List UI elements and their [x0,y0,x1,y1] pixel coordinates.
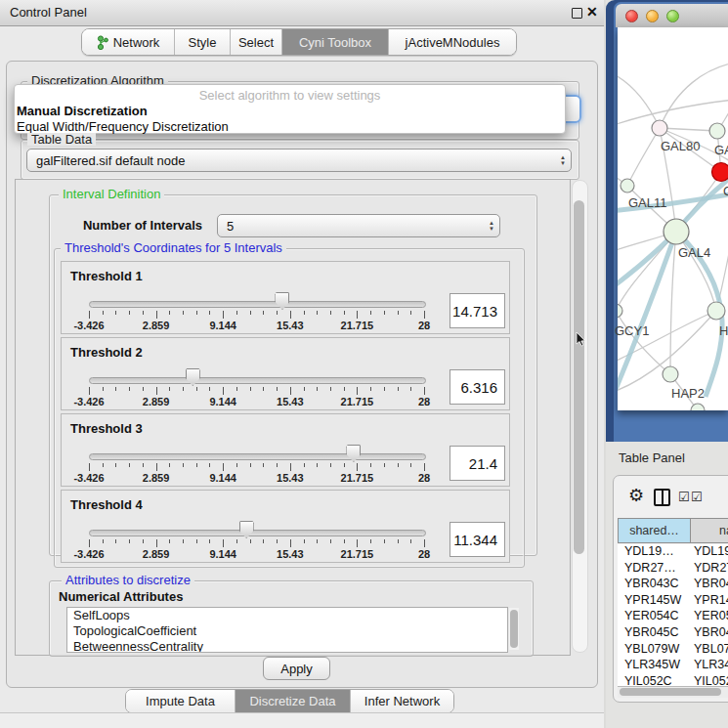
float-window-icon[interactable] [572,8,582,19]
attribute-list-item[interactable]: BetweennessCentrality [67,639,507,653]
network-node[interactable] [663,366,678,382]
slider-tick [384,387,385,391]
slider-tick [89,311,90,319]
panel-scrollbar-thumb[interactable] [574,200,584,554]
slider-tick [129,539,130,543]
apply-button[interactable]: Apply [263,657,330,680]
slider-tick-label: 15.43 [266,320,315,331]
table-row[interactable]: YER054CYER054C [618,609,728,625]
zoom-traffic-light[interactable] [666,10,679,22]
slider-tick-label: 9.144 [198,548,247,560]
tab-discretize-data[interactable]: Discretize Data [236,690,351,712]
slider-tick [115,539,116,543]
slider-tick-label: 9.144 [198,396,247,407]
bottom-tabstrip: Impute DataDiscretize DataInfer Network [125,689,454,713]
slider-tick [209,311,210,315]
network-edge[interactable] [660,63,728,128]
network-edge[interactable] [627,128,660,186]
slider-tick [183,539,184,543]
column-header-name[interactable]: na [690,518,728,543]
table-row[interactable]: YDL19…YDL194W [618,544,728,561]
column-header-shared-name[interactable]: shared… [618,518,691,543]
network-graph [618,27,728,410]
network-edge[interactable] [618,72,660,128]
attribute-list-item[interactable]: TopologicalCoefficient [67,623,507,639]
slider-tick [424,539,425,547]
algorithm-option-equal-width[interactable]: Equal Width/Frequency Discretization [15,119,565,135]
tab-select[interactable]: Select [231,29,282,55]
threshold-label: Threshold 1 [70,269,143,283]
attributes-list-scrollbar[interactable] [509,608,519,650]
table-row[interactable]: YBL079WYBL079W [618,642,728,659]
network-node[interactable] [618,304,622,318]
attribute-list-item[interactable]: SelfLoops [67,608,507,623]
tab-jactivemnodules[interactable]: jActiveMNodules [389,29,516,55]
slider-tick [115,311,116,315]
threshold-slider-track[interactable] [89,377,426,384]
slider-tick-label: -3.426 [64,548,113,560]
network-canvas[interactable] [618,27,728,410]
tab-style[interactable]: Style [175,29,231,55]
checkbox-icon[interactable]: ☑ [678,490,690,504]
thresholds-group-title: Threshold's Coordinates for 5 Intervals [61,241,286,254]
tab-impute-data[interactable]: Impute Data [126,690,236,712]
tab-infer-network[interactable]: Infer Network [351,690,453,712]
slider-tick [317,539,318,543]
checkbox-icon[interactable]: ☑ [691,490,703,504]
slider-tick [143,463,144,467]
network-node[interactable] [707,302,725,320]
table-row[interactable]: YBR045CYBR045C [618,625,728,642]
slider-tick [410,539,411,543]
threshold-value-field[interactable]: 21.4 [450,446,505,481]
close-icon[interactable]: ✕ [586,4,598,20]
slider-tick-label: 28 [400,320,449,331]
table-cell-shared-name: YBR043C [624,577,679,590]
slider-tick [410,463,411,467]
network-node[interactable] [621,179,634,193]
table-row[interactable]: YDR27…YDR277C [618,561,728,578]
threshold-slider-track[interactable] [89,530,426,536]
minimize-traffic-light[interactable] [646,10,659,22]
number-of-intervals-label: Number of Intervals [74,218,202,233]
slider-tick [143,311,144,315]
table-data-selected-value: galFiltered.sif default node [27,153,555,168]
number-of-intervals-select[interactable]: 5 ▲▼ [217,214,500,237]
threshold-label: Threshold 2 [70,345,143,360]
slider-tick [330,463,331,467]
table-row[interactable]: YIL052CYIL052C [618,674,728,686]
threshold-slider-track[interactable] [89,453,426,460]
threshold-value-field[interactable]: 14.713 [450,293,505,328]
table-data-select[interactable]: galFiltered.sif default node ▲▼ [26,149,572,172]
slider-tick [370,311,371,315]
slider-tick-label: 21.715 [332,472,381,484]
tab-network[interactable]: Network [82,29,175,55]
slider-tick [209,387,210,391]
network-node[interactable] [664,219,689,244]
threshold-slider-track[interactable] [89,301,426,308]
threshold-value-field[interactable]: 6.316 [450,369,505,405]
table-cell-shared-name: YDR27… [624,561,676,575]
tab-cyni-toolbox[interactable]: Cyni Toolbox [282,29,389,55]
table-row[interactable]: YPR145WYPR145W [618,593,728,610]
algorithm-option-manual[interactable]: Manual Discretization [15,104,565,119]
network-edge[interactable] [660,128,717,131]
network-node[interactable] [712,163,728,182]
network-node[interactable] [652,120,667,136]
slider-tick [424,463,425,471]
threshold-value-field[interactable]: 11.344 [450,522,505,557]
network-node[interactable] [709,123,725,139]
attributes-scrollbar-thumb[interactable] [510,610,518,648]
slider-tick [250,539,251,543]
columns-icon[interactable] [654,489,670,506]
table-row[interactable]: YBR043CYBR043C [618,577,728,593]
table-scrollbar-thumb[interactable] [620,688,721,696]
slider-tick [304,539,305,543]
table-row[interactable]: YLR345WYLR345W [618,658,728,674]
settings-scrollpane: Interval Definition Number of Intervals … [15,179,571,656]
close-traffic-light[interactable] [625,10,638,22]
slider-tick [424,387,425,395]
threshold-box: Threshold 3-3.4262.8599.14415.4321.71528… [61,413,510,487]
numerical-attributes-list[interactable]: SelfLoopsTopologicalCoefficientBetweenne… [66,607,508,653]
gear-icon[interactable]: ⚙ [628,485,644,506]
slider-tick-label: -3.426 [64,320,113,331]
